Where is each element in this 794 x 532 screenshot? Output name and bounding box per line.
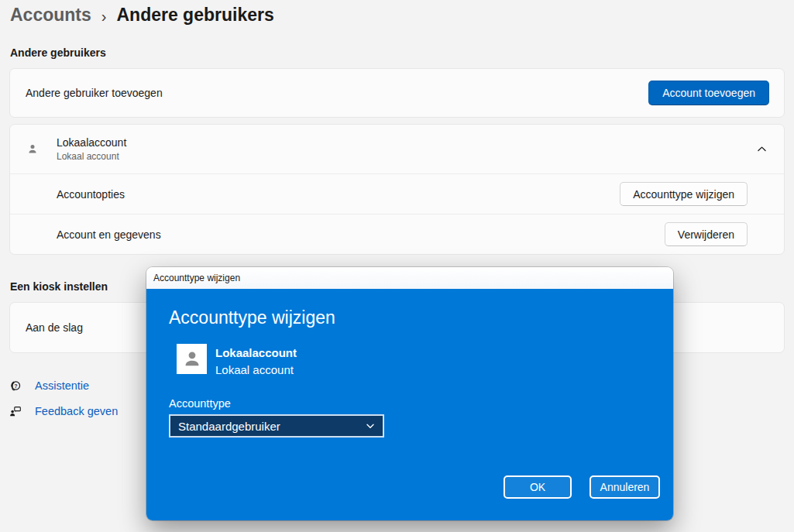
account-type-dropdown[interactable]: Standaardgebruiker: [169, 414, 384, 438]
add-user-card: Andere gebruiker toevoegen Account toevo…: [9, 68, 785, 118]
account-data-row: Account en gegevens Verwijderen: [10, 214, 784, 254]
account-subtitle: Lokaal account: [57, 151, 126, 162]
dialog-account-name: Lokaalaccount: [215, 346, 297, 359]
dialog-body: Accounttype wijzigen Lokaalaccount Lokaa…: [146, 289, 673, 520]
dialog-titlebar[interactable]: Accounttype wijzigen: [146, 267, 673, 289]
account-type-dialog: Accounttype wijzigen Accounttype wijzige…: [146, 267, 673, 520]
chevron-down-icon: [366, 421, 375, 431]
breadcrumb-separator-icon: ›: [101, 8, 107, 26]
remove-account-button[interactable]: Verwijderen: [665, 222, 748, 246]
give-feedback-label: Feedback geven: [35, 405, 118, 417]
account-expander-header[interactable]: Lokaalaccount Lokaal account: [10, 125, 784, 173]
cancel-button[interactable]: Annuleren: [589, 475, 660, 499]
give-feedback-link[interactable]: Feedback geven: [9, 405, 118, 417]
account-type-dropdown-value: Standaardgebruiker: [178, 420, 280, 433]
add-account-button[interactable]: Account toevoegen: [648, 81, 769, 105]
account-options-label: Accountopties: [57, 188, 125, 201]
change-account-type-button[interactable]: Accounttype wijzigen: [620, 182, 748, 206]
account-type-field-label: Accounttype: [169, 397, 231, 410]
add-user-label: Andere gebruiker toevoegen: [26, 87, 163, 99]
dialog-heading: Accounttype wijzigen: [169, 307, 335, 328]
breadcrumb: Accounts › Andere gebruikers: [10, 5, 274, 26]
account-expander-card: Lokaalaccount Lokaal account Accountopti…: [9, 124, 785, 255]
person-icon: [26, 143, 39, 156]
get-help-label: Assistentie: [35, 379, 89, 392]
help-headset-icon: ?: [9, 379, 22, 392]
account-data-label: Account en gegevens: [57, 228, 161, 241]
section-header-kiosk: Een kiosk instellen: [10, 280, 108, 293]
breadcrumb-accounts[interactable]: Accounts: [10, 5, 91, 26]
feedback-icon: [9, 405, 22, 417]
dialog-avatar: [177, 344, 207, 374]
ok-button[interactable]: OK: [504, 475, 572, 499]
account-name: Lokaalaccount: [57, 136, 126, 149]
account-summary: Lokaalaccount Lokaal account: [57, 136, 126, 162]
dialog-account-subtitle: Lokaal account: [215, 363, 294, 376]
avatar-person-icon: [182, 349, 202, 369]
page-title: Andere gebruikers: [116, 5, 273, 26]
settings-page: Accounts › Andere gebruikers Andere gebr…: [0, 0, 794, 532]
account-options-row: Accountopties Accounttype wijzigen: [10, 173, 784, 214]
section-header-other-users: Andere gebruikers: [10, 46, 106, 59]
kiosk-label: Aan de slag: [26, 321, 83, 334]
get-help-link[interactable]: ? Assistentie: [9, 379, 89, 392]
chevron-up-icon: [757, 144, 767, 154]
svg-text:?: ?: [14, 383, 17, 388]
